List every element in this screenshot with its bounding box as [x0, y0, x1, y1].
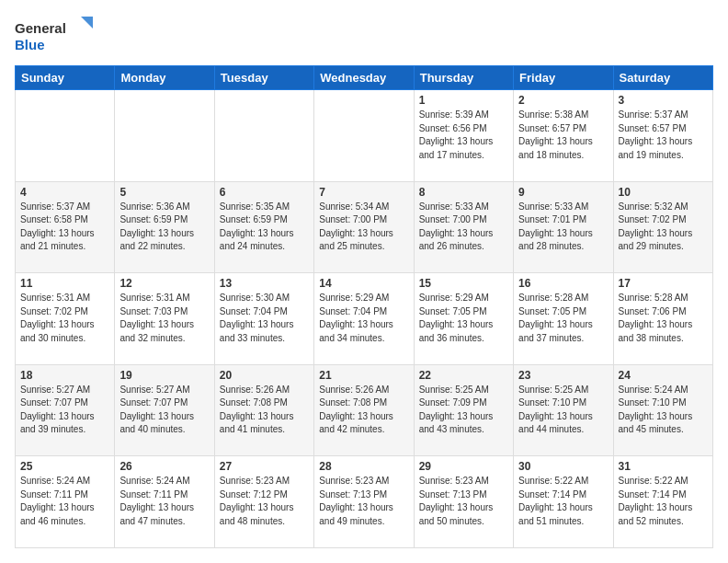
day-info: Sunrise: 5:33 AM Sunset: 7:01 PM Dayligh…: [518, 201, 608, 254]
calendar-week-4: 18Sunrise: 5:27 AM Sunset: 7:07 PM Dayli…: [16, 364, 713, 456]
calendar-cell-w4-d1: 18Sunrise: 5:27 AM Sunset: 7:07 PM Dayli…: [16, 364, 115, 456]
calendar-week-1: 1Sunrise: 5:39 AM Sunset: 6:56 PM Daylig…: [16, 90, 713, 182]
day-number: 8: [419, 186, 508, 199]
day-number: 21: [319, 369, 408, 382]
day-number: 26: [119, 460, 209, 473]
calendar-cell-w2-d5: 8Sunrise: 5:33 AM Sunset: 7:00 PM Daylig…: [414, 181, 513, 273]
page: General Blue SundayMondayTuesdayWednesda…: [0, 0, 728, 563]
day-number: 10: [619, 186, 708, 199]
logo: General Blue: [15, 15, 97, 56]
day-info: Sunrise: 5:39 AM Sunset: 6:56 PM Dayligh…: [419, 109, 508, 162]
day-info: Sunrise: 5:34 AM Sunset: 7:00 PM Dayligh…: [319, 201, 408, 254]
day-info: Sunrise: 5:30 AM Sunset: 7:04 PM Dayligh…: [220, 292, 309, 345]
day-info: Sunrise: 5:23 AM Sunset: 7:13 PM Dayligh…: [319, 475, 408, 528]
calendar-cell-w4-d3: 20Sunrise: 5:26 AM Sunset: 7:08 PM Dayli…: [214, 364, 313, 456]
day-number: 18: [20, 369, 109, 382]
day-number: 27: [220, 460, 309, 473]
day-number: 19: [119, 369, 209, 382]
day-number: 17: [619, 277, 708, 290]
day-info: Sunrise: 5:31 AM Sunset: 7:02 PM Dayligh…: [20, 292, 109, 345]
logo-arrow: [81, 17, 93, 29]
day-number: 9: [518, 186, 608, 199]
calendar-cell-w3-d5: 15Sunrise: 5:29 AM Sunset: 7:05 PM Dayli…: [414, 273, 513, 365]
day-number: 20: [220, 369, 309, 382]
calendar-table: SundayMondayTuesdayWednesdayThursdayFrid…: [15, 65, 713, 548]
day-number: 31: [619, 460, 708, 473]
day-info: Sunrise: 5:29 AM Sunset: 7:05 PM Dayligh…: [419, 292, 508, 345]
logo-blue: Blue: [15, 37, 45, 52]
calendar-cell-w3-d7: 17Sunrise: 5:28 AM Sunset: 7:06 PM Dayli…: [613, 273, 712, 365]
day-info: Sunrise: 5:23 AM Sunset: 7:12 PM Dayligh…: [220, 475, 309, 528]
day-info: Sunrise: 5:24 AM Sunset: 7:10 PM Dayligh…: [619, 384, 708, 437]
calendar-cell-w3-d3: 13Sunrise: 5:30 AM Sunset: 7:04 PM Dayli…: [214, 273, 313, 365]
logo-general: General: [15, 20, 66, 36]
header-friday: Friday: [514, 66, 613, 90]
calendar-cell-w5-d3: 27Sunrise: 5:23 AM Sunset: 7:12 PM Dayli…: [214, 456, 313, 548]
calendar-cell-w2-d6: 9Sunrise: 5:33 AM Sunset: 7:01 PM Daylig…: [514, 181, 613, 273]
day-number: 1: [419, 94, 508, 107]
calendar-cell-w3-d6: 16Sunrise: 5:28 AM Sunset: 7:05 PM Dayli…: [514, 273, 613, 365]
calendar-cell-w1-d4: [314, 90, 414, 182]
day-info: Sunrise: 5:25 AM Sunset: 7:10 PM Dayligh…: [518, 384, 608, 437]
day-info: Sunrise: 5:23 AM Sunset: 7:13 PM Dayligh…: [419, 475, 508, 528]
calendar-cell-w2-d1: 4Sunrise: 5:37 AM Sunset: 6:58 PM Daylig…: [16, 181, 115, 273]
calendar-cell-w1-d6: 2Sunrise: 5:38 AM Sunset: 6:57 PM Daylig…: [514, 90, 613, 182]
calendar-cell-w4-d5: 22Sunrise: 5:25 AM Sunset: 7:09 PM Dayli…: [414, 364, 513, 456]
calendar-cell-w3-d2: 12Sunrise: 5:31 AM Sunset: 7:03 PM Dayli…: [115, 273, 214, 365]
calendar-cell-w4-d4: 21Sunrise: 5:26 AM Sunset: 7:08 PM Dayli…: [314, 364, 414, 456]
calendar-cell-w4-d7: 24Sunrise: 5:24 AM Sunset: 7:10 PM Dayli…: [613, 364, 712, 456]
calendar-header-row: SundayMondayTuesdayWednesdayThursdayFrid…: [16, 66, 713, 90]
day-number: 13: [220, 277, 309, 290]
day-number: 16: [518, 277, 608, 290]
day-number: 29: [419, 460, 508, 473]
day-info: Sunrise: 5:31 AM Sunset: 7:03 PM Dayligh…: [119, 292, 209, 345]
day-info: Sunrise: 5:26 AM Sunset: 7:08 PM Dayligh…: [319, 384, 408, 437]
header-wednesday: Wednesday: [314, 66, 414, 90]
header: General Blue: [15, 15, 713, 56]
calendar-cell-w2-d2: 5Sunrise: 5:36 AM Sunset: 6:59 PM Daylig…: [115, 181, 214, 273]
day-number: 28: [319, 460, 408, 473]
day-number: 30: [518, 460, 608, 473]
day-number: 11: [20, 277, 109, 290]
day-number: 14: [319, 277, 408, 290]
calendar-cell-w2-d3: 6Sunrise: 5:35 AM Sunset: 6:59 PM Daylig…: [214, 181, 313, 273]
calendar-cell-w5-d6: 30Sunrise: 5:22 AM Sunset: 7:14 PM Dayli…: [514, 456, 613, 548]
calendar-week-3: 11Sunrise: 5:31 AM Sunset: 7:02 PM Dayli…: [16, 273, 713, 365]
calendar-week-5: 25Sunrise: 5:24 AM Sunset: 7:11 PM Dayli…: [16, 456, 713, 548]
header-thursday: Thursday: [414, 66, 513, 90]
calendar-cell-w5-d2: 26Sunrise: 5:24 AM Sunset: 7:11 PM Dayli…: [115, 456, 214, 548]
day-info: Sunrise: 5:32 AM Sunset: 7:02 PM Dayligh…: [619, 201, 708, 254]
day-info: Sunrise: 5:37 AM Sunset: 6:58 PM Dayligh…: [20, 201, 109, 254]
header-tuesday: Tuesday: [214, 66, 313, 90]
day-info: Sunrise: 5:33 AM Sunset: 7:00 PM Dayligh…: [419, 201, 508, 254]
calendar-cell-w2-d7: 10Sunrise: 5:32 AM Sunset: 7:02 PM Dayli…: [613, 181, 712, 273]
calendar-cell-w1-d2: [115, 90, 214, 182]
day-number: 2: [518, 94, 608, 107]
calendar-cell-w4-d6: 23Sunrise: 5:25 AM Sunset: 7:10 PM Dayli…: [514, 364, 613, 456]
day-info: Sunrise: 5:28 AM Sunset: 7:05 PM Dayligh…: [518, 292, 608, 345]
day-number: 25: [20, 460, 109, 473]
day-info: Sunrise: 5:37 AM Sunset: 6:57 PM Dayligh…: [619, 109, 708, 162]
calendar-cell-w4-d2: 19Sunrise: 5:27 AM Sunset: 7:07 PM Dayli…: [115, 364, 214, 456]
calendar-cell-w5-d5: 29Sunrise: 5:23 AM Sunset: 7:13 PM Dayli…: [414, 456, 513, 548]
day-number: 12: [119, 277, 209, 290]
calendar-week-2: 4Sunrise: 5:37 AM Sunset: 6:58 PM Daylig…: [16, 181, 713, 273]
day-info: Sunrise: 5:38 AM Sunset: 6:57 PM Dayligh…: [518, 109, 608, 162]
calendar-cell-w3-d1: 11Sunrise: 5:31 AM Sunset: 7:02 PM Dayli…: [16, 273, 115, 365]
calendar-cell-w5-d4: 28Sunrise: 5:23 AM Sunset: 7:13 PM Dayli…: [314, 456, 414, 548]
calendar-cell-w5-d7: 31Sunrise: 5:22 AM Sunset: 7:14 PM Dayli…: [613, 456, 712, 548]
day-number: 24: [619, 369, 708, 382]
day-info: Sunrise: 5:27 AM Sunset: 7:07 PM Dayligh…: [20, 384, 109, 437]
day-info: Sunrise: 5:26 AM Sunset: 7:08 PM Dayligh…: [220, 384, 309, 437]
day-number: 5: [119, 186, 209, 199]
day-number: 23: [518, 369, 608, 382]
day-number: 3: [619, 94, 708, 107]
day-info: Sunrise: 5:35 AM Sunset: 6:59 PM Dayligh…: [220, 201, 309, 254]
day-number: 15: [419, 277, 508, 290]
calendar-cell-w1-d5: 1Sunrise: 5:39 AM Sunset: 6:56 PM Daylig…: [414, 90, 513, 182]
header-sunday: Sunday: [16, 66, 115, 90]
header-monday: Monday: [115, 66, 214, 90]
day-info: Sunrise: 5:22 AM Sunset: 7:14 PM Dayligh…: [619, 475, 708, 528]
day-info: Sunrise: 5:29 AM Sunset: 7:04 PM Dayligh…: [319, 292, 408, 345]
day-info: Sunrise: 5:25 AM Sunset: 7:09 PM Dayligh…: [419, 384, 508, 437]
